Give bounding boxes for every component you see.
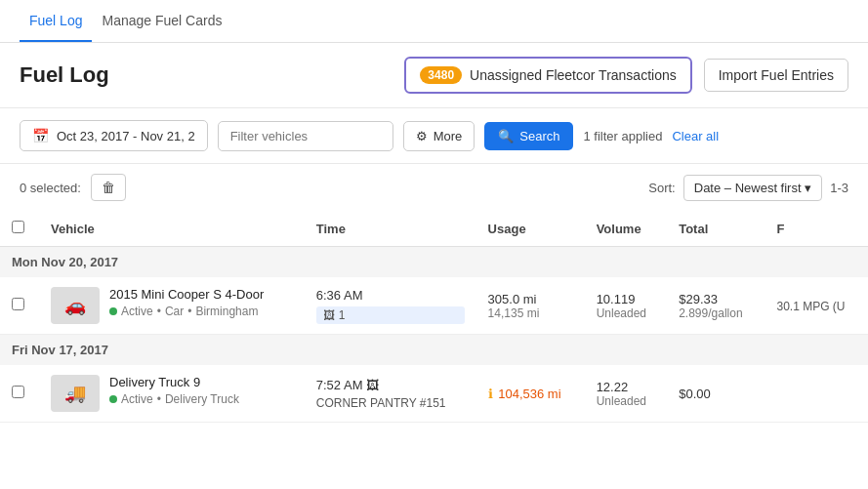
status-indicator [109, 307, 117, 315]
sort-value: Date – Newest first [694, 181, 802, 195]
vehicle-location: Birmingham [195, 305, 258, 318]
clear-all-button[interactable]: Clear all [672, 129, 719, 143]
select-all-checkbox[interactable] [12, 221, 24, 233]
truck-icon: 🚚 [64, 383, 86, 404]
toolbar-right: Sort: Date – Newest first ▾ 1-3 [648, 175, 848, 201]
usage-primary-warning: 104,536 mi [498, 387, 560, 401]
row-1-total-cell: $29.33 2.899/gallon [667, 277, 765, 335]
column-usage: Usage [476, 211, 585, 247]
vehicle-filter-input[interactable] [218, 121, 393, 151]
total-value: $0.00 [679, 387, 753, 401]
vehicle-name: 2015 Mini Cooper S 4-Door [109, 287, 264, 302]
more-filters-button[interactable]: ⚙ More [403, 121, 475, 151]
row-2-total-cell: $0.00 [667, 365, 765, 423]
volume-value: 10.119 [597, 292, 656, 306]
section-header-1: Mon Nov 20, 2017 [0, 247, 868, 278]
location-address: CORNER PANTRY #151 [316, 396, 465, 410]
selected-count: 0 selected: [20, 181, 81, 195]
filter-applied-text: 1 filter applied [583, 129, 662, 143]
unassigned-label: Unassigned Fleetcor Transactions [470, 67, 677, 83]
row-2-time-cell: 7:52 AM 🖼 CORNER PANTRY #151 [305, 365, 476, 423]
car-icon: 🚗 [64, 295, 86, 316]
nav-fuel-log[interactable]: Fuel Log [20, 1, 92, 42]
sort-label: Sort: [648, 181, 675, 195]
vehicle-type: Delivery Truck [165, 392, 239, 406]
time-value: 6:36 AM [316, 288, 465, 303]
usage-primary: 305.0 mi [488, 292, 573, 306]
meta-separator-2: • [187, 305, 191, 318]
date-range-value: Oct 23, 2017 - Nov 21, 2 [57, 129, 195, 143]
row-1-time-cell: 6:36 AM 🖼 1 [305, 277, 476, 335]
toolbar-left: 0 selected: 🗑 [20, 174, 126, 201]
more-label: More [434, 129, 463, 143]
calendar-icon: 📅 [32, 128, 49, 143]
vehicle-type: Car [165, 305, 184, 318]
total-value: $29.33 [679, 292, 753, 306]
nav-manage-fuel-cards[interactable]: Manage Fuel Cards [92, 1, 231, 42]
row-2-usage-cell: ℹ 104,536 mi [476, 365, 585, 423]
column-total: Total [667, 211, 765, 247]
table-row: 🚗 2015 Mini Cooper S 4-Door Active • Car… [0, 277, 868, 335]
row-1-checkbox-cell[interactable] [0, 277, 39, 335]
filters-bar: 📅 Oct 23, 2017 - Nov 21, 2 ⚙ More 🔍 Sear… [0, 108, 868, 164]
warning-icon: ℹ [488, 387, 493, 401]
meta-separator-1: • [157, 305, 161, 318]
status-indicator [109, 395, 117, 403]
date-picker-button[interactable]: 📅 Oct 23, 2017 - Nov 21, 2 [20, 120, 208, 151]
delete-button[interactable]: 🗑 [91, 174, 126, 201]
volume-value: 12.22 [597, 380, 656, 394]
import-fuel-entries-button[interactable]: Import Fuel Entries [704, 59, 848, 92]
row-2-economy-cell [765, 365, 868, 423]
row-1-volume-cell: 10.119 Unleaded [585, 277, 668, 335]
column-vehicle: Vehicle [39, 211, 305, 247]
sort-dropdown[interactable]: Date – Newest first ▾ [683, 175, 822, 201]
vehicle-status: Active [121, 305, 153, 318]
unassigned-badge: 3480 [420, 66, 462, 84]
price-per-unit: 2.899/gallon [679, 306, 753, 320]
row-1-checkbox[interactable] [12, 298, 24, 310]
row-1-economy-cell: 30.1 MPG (U [765, 277, 868, 335]
header-actions: 3480 Unassigned Fleetcor Transactions Im… [404, 57, 848, 94]
column-economy: F [765, 211, 868, 247]
search-label: Search [519, 129, 559, 143]
row-2-checkbox[interactable] [12, 386, 24, 398]
section-date-2: Fri Nov 17, 2017 [0, 335, 868, 366]
time-value: 7:52 AM 🖼 [316, 378, 465, 392]
row-1-vehicle-cell: 🚗 2015 Mini Cooper S 4-Door Active • Car… [39, 277, 305, 335]
page-title: Fuel Log [20, 62, 109, 88]
receipt-icon: 🖼 [323, 308, 335, 322]
meta-separator-1: • [157, 392, 161, 406]
row-2-volume-cell: 12.22 Unleaded [585, 365, 668, 423]
economy-value: 30.1 MPG (U [776, 300, 845, 313]
table-row: 🚚 Delivery Truck 9 Active • Delivery Tru… [0, 365, 868, 423]
unassigned-transactions-button[interactable]: 3480 Unassigned Fleetcor Transactions [404, 57, 691, 94]
section-date-1: Mon Nov 20, 2017 [0, 247, 868, 278]
row-2-checkbox-cell[interactable] [0, 365, 39, 423]
row-2-vehicle-cell: 🚚 Delivery Truck 9 Active • Delivery Tru… [39, 365, 305, 423]
page-header: Fuel Log 3480 Unassigned Fleetcor Transa… [0, 43, 868, 108]
receipt-count: 1 [339, 308, 346, 322]
column-time: Time [305, 211, 476, 247]
volume-label: Unleaded [597, 394, 656, 408]
receipt-badge[interactable]: 🖼 1 [316, 306, 465, 324]
fuel-log-table: Vehicle Time Usage Volume Total F Mon No… [0, 211, 868, 423]
search-button[interactable]: 🔍 Search [484, 122, 573, 150]
column-volume: Volume [585, 211, 668, 247]
select-all-checkbox-header[interactable] [0, 211, 39, 247]
usage-secondary: 14,135 mi [488, 306, 573, 320]
vehicle-thumbnail: 🚚 [51, 375, 100, 412]
filter-icon: ⚙ [416, 129, 428, 143]
row-1-usage-cell: 305.0 mi 14,135 mi [476, 277, 585, 335]
vehicle-status: Active [121, 392, 153, 406]
pagination-info: 1-3 [830, 181, 848, 195]
section-header-2: Fri Nov 17, 2017 [0, 335, 868, 366]
top-nav: Fuel Log Manage Fuel Cards [0, 0, 868, 43]
volume-label: Unleaded [597, 306, 656, 320]
toolbar-row: 0 selected: 🗑 Sort: Date – Newest first … [0, 164, 868, 211]
vehicle-thumbnail: 🚗 [51, 287, 100, 324]
search-icon: 🔍 [498, 129, 514, 143]
vehicle-name: Delivery Truck 9 [109, 375, 239, 389]
